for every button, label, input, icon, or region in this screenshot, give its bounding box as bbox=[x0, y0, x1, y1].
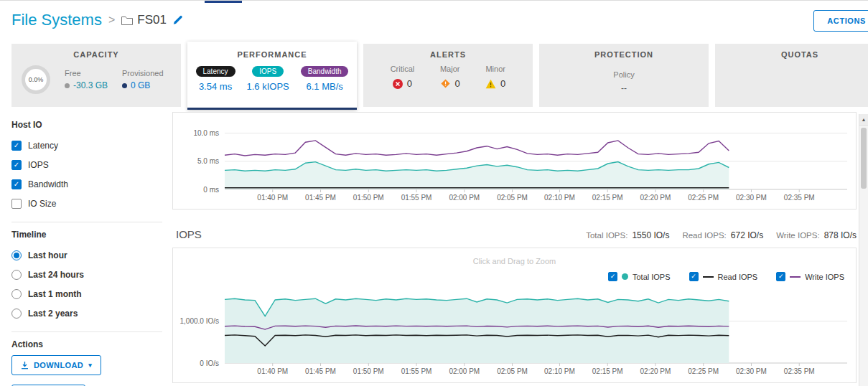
checkbox-iops[interactable]: IOPS bbox=[11, 155, 162, 174]
checkbox-latency[interactable]: Latency bbox=[11, 136, 162, 155]
read-iops-label: Read IOPS: bbox=[682, 231, 726, 240]
checkbox-icon[interactable] bbox=[11, 199, 22, 209]
folder-icon bbox=[121, 16, 133, 25]
provisioned-dot-icon bbox=[122, 83, 127, 88]
minor-icon bbox=[485, 79, 496, 89]
performance-card[interactable]: PERFORMANCE Latency 3.54 ms IOPS 1.6 kIO… bbox=[187, 42, 357, 110]
checkbox-icon[interactable] bbox=[689, 272, 699, 281]
bandwidth-badge: Bandwidth bbox=[301, 66, 349, 77]
capacity-card[interactable]: CAPACITY 0.0% Free -30.3 GB Provisioned … bbox=[11, 44, 181, 107]
iops-legend: Total IOPS Read IOPS Write IOPS bbox=[608, 272, 844, 281]
radio-last-2-years-label: Last 2 years bbox=[28, 309, 78, 319]
svg-text:02:15 PM: 02:15 PM bbox=[592, 367, 623, 375]
radio-icon[interactable] bbox=[11, 309, 22, 319]
svg-text:01:55 PM: 01:55 PM bbox=[401, 194, 432, 202]
black-line-marker-icon bbox=[703, 276, 714, 278]
checkbox-icon[interactable] bbox=[776, 272, 785, 281]
free-value: -30.3 GB bbox=[73, 80, 108, 90]
scrollbar-thumb[interactable] bbox=[861, 128, 867, 189]
checkbox-latency-label: Latency bbox=[28, 141, 58, 151]
checkbox-icon[interactable] bbox=[11, 141, 22, 151]
download-icon bbox=[21, 362, 29, 369]
critical-label: Critical bbox=[391, 65, 415, 73]
legend-total-iops[interactable]: Total IOPS bbox=[608, 272, 671, 281]
radio-last-hour[interactable]: Last hour bbox=[11, 245, 162, 265]
free-label: Free bbox=[65, 69, 108, 77]
write-iops-label: Write IOPS: bbox=[776, 231, 820, 240]
svg-text:02:30 PM: 02:30 PM bbox=[736, 367, 767, 375]
policy-label: Policy bbox=[613, 70, 634, 79]
chart-options-sidebar: Host IO Latency IOPS Bandwidth IO Size T… bbox=[11, 113, 162, 386]
protection-card-title: PROTECTION bbox=[539, 50, 709, 59]
radio-last-hour-label: Last hour bbox=[28, 250, 67, 260]
zoom-hint: Click and Drag to Zoom bbox=[173, 257, 856, 265]
checkbox-io-size[interactable]: IO Size bbox=[11, 194, 162, 213]
checkbox-icon[interactable] bbox=[11, 160, 22, 170]
latency-value: 3.54 ms bbox=[199, 81, 232, 92]
page-title: File Systems bbox=[11, 11, 102, 29]
download-button[interactable]: DOWNLOAD ▾ bbox=[11, 355, 101, 375]
svg-text:02:10 PM: 02:10 PM bbox=[544, 367, 575, 375]
iops-chart-panel: Click and Drag to Zoom Total IOPS Read I… bbox=[172, 248, 857, 383]
radio-last-1-month-label: Last 1 month bbox=[28, 289, 82, 299]
actions-title: Actions bbox=[11, 339, 162, 349]
svg-text:02:00 PM: 02:00 PM bbox=[449, 194, 480, 202]
iops-chart[interactable]: 1,000.0 IO/s0 IO/s01:40 PM01:45 PM01:50 … bbox=[173, 286, 856, 382]
svg-text:02:35 PM: 02:35 PM bbox=[784, 194, 815, 202]
svg-text:10.0 ms: 10.0 ms bbox=[193, 129, 219, 137]
purple-line-marker-icon bbox=[790, 276, 801, 278]
checkbox-bandwidth-label: Bandwidth bbox=[28, 179, 68, 189]
checkbox-io-size-label: IO Size bbox=[28, 199, 56, 209]
iops-badge: IOPS bbox=[252, 66, 284, 77]
total-iops-value: 1550 IO/s bbox=[632, 230, 669, 240]
free-dot-icon bbox=[65, 83, 70, 88]
policy-value: -- bbox=[621, 83, 627, 93]
svg-text:1,000.0 IO/s: 1,000.0 IO/s bbox=[180, 317, 219, 325]
alerts-card[interactable]: ALERTS Critical 0 Major 0 Minor bbox=[363, 44, 533, 107]
bandwidth-value: 6.1 MB/s bbox=[306, 81, 342, 92]
svg-text:02:35 PM: 02:35 PM bbox=[784, 367, 815, 375]
iops-value: 1.6 kIOPS bbox=[247, 81, 289, 92]
radio-icon[interactable] bbox=[11, 289, 22, 299]
protection-card[interactable]: PROTECTION Policy -- bbox=[539, 44, 709, 107]
quotas-card[interactable]: QUOTAS bbox=[715, 44, 868, 107]
vertical-scrollbar[interactable]: ▲ bbox=[859, 114, 868, 386]
svg-text:0 IO/s: 0 IO/s bbox=[200, 359, 219, 367]
read-iops-value: 672 IO/s bbox=[731, 230, 763, 240]
svg-text:01:45 PM: 01:45 PM bbox=[305, 367, 336, 375]
performance-card-title: PERFORMANCE bbox=[187, 50, 357, 59]
checkbox-icon[interactable] bbox=[608, 272, 617, 281]
legend-read-iops[interactable]: Read IOPS bbox=[689, 272, 758, 281]
radio-icon[interactable] bbox=[11, 270, 22, 280]
radio-last-2-years[interactable]: Last 2 years bbox=[11, 303, 162, 323]
capacity-gauge-value: 0.0% bbox=[29, 76, 44, 83]
scroll-up-arrow-icon[interactable]: ▲ bbox=[859, 114, 868, 126]
legend-write-iops[interactable]: Write IOPS bbox=[776, 272, 844, 281]
svg-text:02:20 PM: 02:20 PM bbox=[640, 367, 671, 375]
svg-text:01:55 PM: 01:55 PM bbox=[401, 367, 432, 375]
radio-last-24-hours[interactable]: Last 24 hours bbox=[11, 265, 162, 284]
radio-last-1-month[interactable]: Last 1 month bbox=[11, 284, 162, 303]
radio-last-24-hours-label: Last 24 hours bbox=[28, 270, 84, 280]
svg-text:01:40 PM: 01:40 PM bbox=[257, 367, 288, 375]
summary-cards: CAPACITY 0.0% Free -30.3 GB Provisioned … bbox=[11, 44, 868, 110]
download-button-label: DOWNLOAD bbox=[34, 361, 83, 369]
breadcrumb-item: FS01 bbox=[137, 13, 167, 27]
checkbox-icon[interactable] bbox=[11, 179, 22, 189]
svg-text:02:15 PM: 02:15 PM bbox=[592, 194, 623, 202]
write-iops-value: 878 IO/s bbox=[824, 230, 857, 240]
latency-chart[interactable]: 10.0 ms5.0 ms0 ms01:40 PM01:45 PM01:50 P… bbox=[173, 112, 856, 208]
checkbox-bandwidth[interactable]: Bandwidth bbox=[11, 174, 162, 194]
svg-text:01:45 PM: 01:45 PM bbox=[305, 194, 336, 202]
actions-button[interactable]: ACTIONS bbox=[813, 10, 868, 32]
iops-section-header: IOPS Total IOPS:1550 IO/s Read IOPS:672 … bbox=[176, 228, 857, 240]
latency-chart-panel: 10.0 ms5.0 ms0 ms01:40 PM01:45 PM01:50 P… bbox=[172, 112, 857, 210]
minor-label: Minor bbox=[485, 65, 505, 73]
svg-text:02:10 PM: 02:10 PM bbox=[544, 194, 575, 202]
page-header: File Systems > FS01 ACTIONS bbox=[0, 1, 868, 39]
svg-text:02:20 PM: 02:20 PM bbox=[640, 194, 671, 202]
edit-pencil-icon[interactable] bbox=[172, 15, 182, 25]
legend-read-iops-label: Read IOPS bbox=[718, 273, 758, 281]
svg-text:01:50 PM: 01:50 PM bbox=[353, 194, 384, 202]
radio-icon[interactable] bbox=[11, 250, 22, 260]
